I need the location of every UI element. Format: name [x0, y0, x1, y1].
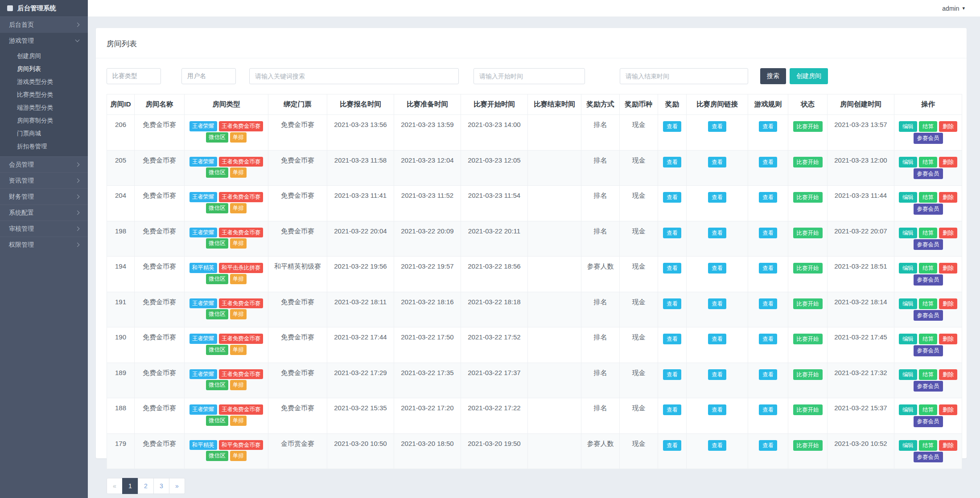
sidebar-item[interactable]: 系统配置 [0, 204, 88, 220]
delete-button[interactable]: 删除 [939, 263, 957, 273]
status-badge[interactable]: 比赛开始 [793, 121, 823, 132]
room-link-view-button[interactable]: 查看 [708, 228, 726, 238]
sidebar-item[interactable]: 会员管理 [0, 156, 88, 172]
settle-button[interactable]: 结算 [919, 192, 937, 203]
keyword-input[interactable] [249, 68, 459, 84]
reward-view-button[interactable]: 查看 [663, 440, 681, 451]
room-link-view-button[interactable]: 查看 [708, 298, 726, 309]
page-button[interactable]: 3 [153, 478, 169, 494]
sidebar-subitem[interactable]: 折扣卷管理 [0, 140, 88, 153]
status-badge[interactable]: 比赛开始 [793, 228, 823, 238]
delete-button[interactable]: 删除 [939, 192, 957, 203]
page-button[interactable]: 2 [138, 478, 154, 494]
members-button[interactable]: 参赛会员 [914, 345, 943, 356]
room-link-view-button[interactable]: 查看 [708, 404, 726, 415]
room-link-view-button[interactable]: 查看 [708, 334, 726, 344]
start-time-input[interactable] [474, 68, 585, 84]
settle-button[interactable]: 结算 [919, 263, 937, 273]
sidebar-subitem[interactable]: 房间列表 [0, 62, 88, 75]
create-room-button[interactable]: 创建房间 [790, 68, 828, 84]
edit-button[interactable]: 编辑 [899, 369, 917, 380]
room-link-view-button[interactable]: 查看 [708, 440, 726, 451]
members-button[interactable]: 参赛会员 [914, 204, 943, 214]
next-page-button[interactable]: » [169, 478, 185, 494]
settle-button[interactable]: 结算 [919, 228, 937, 238]
status-badge[interactable]: 比赛开始 [793, 440, 823, 451]
sidebar-subitem[interactable]: 端游类型分类 [0, 101, 88, 114]
settle-button[interactable]: 结算 [919, 121, 937, 132]
reward-view-button[interactable]: 查看 [663, 263, 681, 273]
members-button[interactable]: 参赛会员 [914, 133, 943, 143]
status-badge[interactable]: 比赛开始 [793, 157, 823, 167]
room-link-view-button[interactable]: 查看 [708, 192, 726, 203]
delete-button[interactable]: 删除 [939, 298, 957, 309]
reward-view-button[interactable]: 查看 [663, 369, 681, 380]
edit-button[interactable]: 编辑 [899, 404, 917, 415]
edit-button[interactable]: 编辑 [899, 157, 917, 167]
delete-button[interactable]: 删除 [939, 369, 957, 380]
status-badge[interactable]: 比赛开始 [793, 263, 823, 273]
sidebar-item[interactable]: 游戏管理 [0, 33, 88, 49]
rules-view-button[interactable]: 查看 [759, 334, 777, 344]
sidebar-subitem[interactable]: 创建房间 [0, 49, 88, 62]
status-badge[interactable]: 比赛开始 [793, 192, 823, 203]
rules-view-button[interactable]: 查看 [759, 157, 777, 167]
settle-button[interactable]: 结算 [919, 157, 937, 167]
sidebar-subitem[interactable]: 房间赛制分类 [0, 114, 88, 127]
page-button[interactable]: 1 [122, 478, 138, 494]
reward-view-button[interactable]: 查看 [663, 334, 681, 344]
rules-view-button[interactable]: 查看 [759, 192, 777, 203]
username-select[interactable]: 用户名 [181, 68, 236, 84]
members-button[interactable]: 参赛会员 [914, 452, 943, 462]
reward-view-button[interactable]: 查看 [663, 404, 681, 415]
members-button[interactable]: 参赛会员 [914, 310, 943, 321]
edit-button[interactable]: 编辑 [899, 263, 917, 273]
reward-view-button[interactable]: 查看 [663, 121, 681, 132]
match-type-select[interactable]: 比赛类型 [107, 68, 161, 84]
delete-button[interactable]: 删除 [939, 121, 957, 132]
settle-button[interactable]: 结算 [919, 369, 937, 380]
members-button[interactable]: 参赛会员 [914, 416, 943, 427]
sidebar-item[interactable]: 财务管理 [0, 188, 88, 204]
room-link-view-button[interactable]: 查看 [708, 369, 726, 380]
settle-button[interactable]: 结算 [919, 440, 937, 451]
rules-view-button[interactable]: 查看 [759, 369, 777, 380]
edit-button[interactable]: 编辑 [899, 334, 917, 344]
delete-button[interactable]: 删除 [939, 404, 957, 415]
search-button[interactable]: 搜索 [760, 68, 786, 84]
edit-button[interactable]: 编辑 [899, 298, 917, 309]
delete-button[interactable]: 删除 [939, 157, 957, 167]
sidebar-item[interactable]: 后台首页 [0, 16, 88, 33]
edit-button[interactable]: 编辑 [899, 192, 917, 203]
status-badge[interactable]: 比赛开始 [793, 404, 823, 415]
status-badge[interactable]: 比赛开始 [793, 298, 823, 309]
members-button[interactable]: 参赛会员 [914, 239, 943, 250]
delete-button[interactable]: 删除 [939, 440, 957, 451]
rules-view-button[interactable]: 查看 [759, 263, 777, 273]
sidebar-item[interactable]: 审核管理 [0, 220, 88, 237]
members-button[interactable]: 参赛会员 [914, 381, 943, 392]
end-time-input[interactable] [620, 68, 748, 84]
rules-view-button[interactable]: 查看 [759, 298, 777, 309]
settle-button[interactable]: 结算 [919, 404, 937, 415]
user-menu[interactable]: admin ▾ [942, 5, 965, 12]
status-badge[interactable]: 比赛开始 [793, 334, 823, 344]
reward-view-button[interactable]: 查看 [663, 192, 681, 203]
rules-view-button[interactable]: 查看 [759, 228, 777, 238]
delete-button[interactable]: 删除 [939, 228, 957, 238]
reward-view-button[interactable]: 查看 [663, 298, 681, 309]
sidebar-item[interactable]: 资讯管理 [0, 172, 88, 188]
prev-page-button[interactable]: « [107, 478, 123, 494]
room-link-view-button[interactable]: 查看 [708, 157, 726, 167]
sidebar-subitem[interactable]: 门票商城 [0, 127, 88, 140]
edit-button[interactable]: 编辑 [899, 121, 917, 132]
sidebar-subitem[interactable]: 比赛类型分类 [0, 88, 88, 101]
rules-view-button[interactable]: 查看 [759, 404, 777, 415]
reward-view-button[interactable]: 查看 [663, 228, 681, 238]
room-link-view-button[interactable]: 查看 [708, 263, 726, 273]
rules-view-button[interactable]: 查看 [759, 121, 777, 132]
sidebar-item[interactable]: 权限管理 [0, 237, 88, 253]
settle-button[interactable]: 结算 [919, 298, 937, 309]
delete-button[interactable]: 删除 [939, 334, 957, 344]
rules-view-button[interactable]: 查看 [759, 440, 777, 451]
